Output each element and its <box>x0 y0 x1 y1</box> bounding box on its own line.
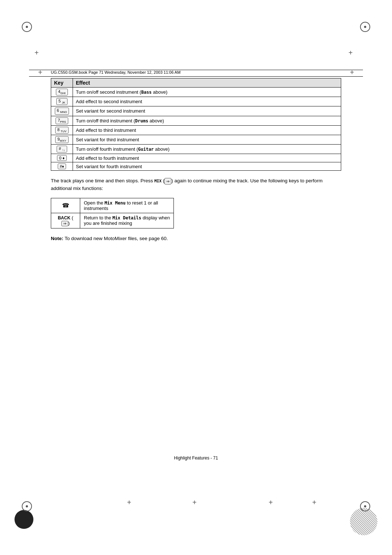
key-cell: 5 JK <box>51 97 73 106</box>
key-button-hash-var: # ↑↓ <box>57 146 67 153</box>
crosshair-bm3 <box>312 501 319 508</box>
mix-table-row: ☎ Open the Mix Menu to reset 1 or allins… <box>51 198 174 213</box>
effect-cell: Set variant for fourth instrument <box>73 162 341 171</box>
key-cell: 4GHI <box>51 88 73 97</box>
key-cell: #♦ <box>51 162 73 171</box>
key-button-7: 7PRS <box>56 117 68 124</box>
reg-mark-bl <box>22 501 32 511</box>
key-cell: # ↑↓ <box>51 145 73 154</box>
crosshair-bm2 <box>192 501 200 508</box>
col-header-key: Key <box>51 78 73 88</box>
mix-details-label: Mix Details <box>113 215 141 220</box>
body-paragraph: The track plays one time and then stops.… <box>51 177 341 192</box>
effect-cell: Add effect to fourth instrument <box>73 154 341 162</box>
mix-keyword: MIX <box>154 179 162 183</box>
key-cell: 8 TUV <box>51 125 73 135</box>
key-effect-table: Key Effect 4GHI Turn on/off second instr… <box>51 78 341 171</box>
effect-cell: Add effect to third instrument <box>73 125 341 135</box>
crosshair-tr <box>348 51 356 58</box>
key-button-6: 6 MNO <box>55 108 69 114</box>
crosshair-bm4 <box>269 501 276 508</box>
mix-key-cell-menu: ☎ <box>51 198 80 213</box>
mix-functions-table: ☎ Open the Mix Menu to reset 1 or allins… <box>51 198 174 228</box>
table-row: 0 ♦ Add effect to fourth instrument <box>51 154 341 162</box>
key-cell: 0 ♦ <box>51 154 73 162</box>
back-icon: ⇒ <box>61 221 68 226</box>
footer-text: Highlight Features - 71 <box>174 455 218 461</box>
mix-table-row: BACK (⇒) Return to the Mix Details displ… <box>51 213 174 228</box>
mix-effect-cell-back: Return to the Mix Details display whenyo… <box>80 213 174 228</box>
table-row: 9WXY Set variant for third instrument <box>51 135 341 144</box>
table-row: 5 JK Add effect to second instrument <box>51 97 341 106</box>
reg-mark-tr <box>360 22 370 32</box>
reg-mark-tl <box>22 22 32 32</box>
key-button-8: 8 TUV <box>55 127 69 134</box>
key-button-hash-star: #♦ <box>58 163 66 169</box>
mix-effect-cell-menu: Open the Mix Menu to reset 1 or allinstr… <box>80 198 174 213</box>
effect-cell: Add effect to second instrument <box>73 97 341 106</box>
effect-cell: Set variant for third instrument <box>73 135 341 144</box>
table-row: 7PRS Turn on/off third instrument (Drums… <box>51 116 341 125</box>
key-button-9: 9WXY <box>55 136 68 143</box>
crosshair-header-l <box>38 70 45 78</box>
effect-cell: Turn on/off second instrument (Bass abov… <box>73 88 341 97</box>
note-text: To download new MotoMixer files, see pag… <box>64 236 168 241</box>
mix-menu-label: Mix Menu <box>105 200 126 206</box>
corner-circle-bl <box>15 510 33 529</box>
crosshair-header-r <box>350 70 357 78</box>
mix-icon: ⇒ <box>164 178 171 185</box>
key-cell: 9WXY <box>51 135 73 144</box>
effect-cell: Turn on/off third instrument (Drums abov… <box>73 116 341 125</box>
table-row: 8 TUV Add effect to third instrument <box>51 125 341 135</box>
table-row: #♦ Set variant for fourth instrument <box>51 162 341 171</box>
mix-key-cell-back: BACK (⇒) <box>51 213 80 228</box>
crosshair-bm1 <box>127 501 134 508</box>
key-cell: 7PRS <box>51 116 73 125</box>
crosshair-tl <box>34 51 42 58</box>
footer: Highlight Features - 71 <box>0 455 392 461</box>
table-row: # ↑↓ Turn on/off fourth instrument (Guit… <box>51 145 341 154</box>
corner-circle-br <box>350 508 377 535</box>
header-rule-bottom <box>29 76 363 77</box>
table-row: 6 MNO Set variant for second instrument <box>51 106 341 116</box>
col-header-effect: Effect <box>73 78 341 88</box>
main-content: Key Effect 4GHI Turn on/off second instr… <box>51 78 341 242</box>
effect-cell: Set variant for second instrument <box>73 106 341 116</box>
note-label: Note: <box>51 236 64 241</box>
effect-cell: Turn on/off fourth instrument (Guitar ab… <box>73 145 341 154</box>
header-text: UG.C550.GSM.book Page 71 Wednesday, Nove… <box>51 70 180 74</box>
key-button-5: 5 JK <box>56 98 68 105</box>
menu-icon: ☎ <box>62 202 69 208</box>
reg-mark-br <box>360 501 370 511</box>
key-button-0: 0 ♦ <box>57 155 67 161</box>
key-button-4: 4GHI <box>56 89 68 96</box>
note-paragraph: Note: To download new MotoMixer files, s… <box>51 235 341 242</box>
key-cell: 6 MNO <box>51 106 73 116</box>
back-label: BACK <box>58 215 70 220</box>
table-row: 4GHI Turn on/off second instrument (Bass… <box>51 88 341 97</box>
